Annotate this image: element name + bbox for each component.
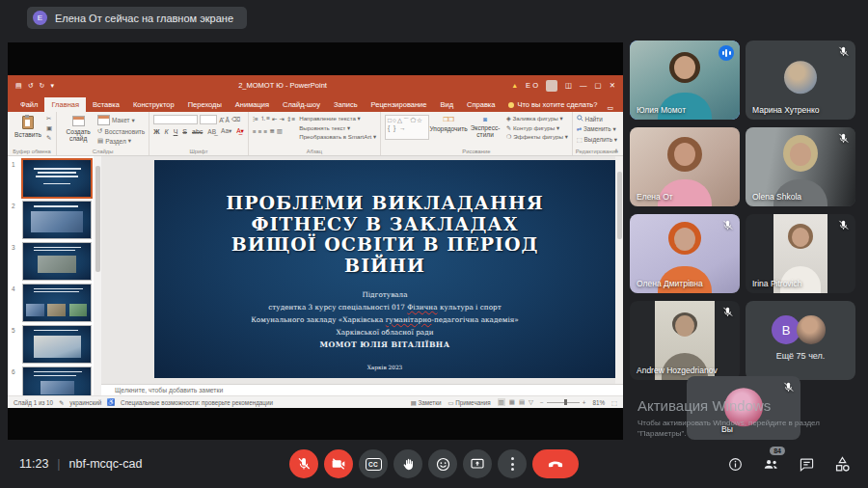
tab-review[interactable]: Рецензирование — [365, 97, 434, 112]
account-avatar[interactable] — [546, 80, 557, 92]
thumbnail-row[interactable]: 3 — [8, 243, 101, 280]
align-left-icon[interactable]: ≡ — [253, 128, 257, 135]
replace-button[interactable]: ⇄ Заменить ▾ — [577, 125, 617, 133]
shadow-button[interactable]: abc — [192, 128, 203, 135]
shapes-gallery[interactable]: □○△⌒⬠☆ { } → — [385, 115, 429, 140]
meeting-details-button[interactable] — [724, 453, 746, 474]
participant-tile[interactable]: Olena Shkola — [746, 127, 855, 206]
slide-sorter-icon[interactable]: ▦ — [509, 398, 515, 406]
tell-me-box[interactable]: Что вы хотите сделать? — [502, 97, 604, 112]
reset-button[interactable]: ↺Восстановить — [97, 127, 145, 135]
slide-title[interactable]: ПРОБЛЕМИ ВИКЛАДАННЯ ФІТНЕСУ В ЗАКЛАДАХ В… — [154, 193, 615, 276]
close-button[interactable]: ✕ — [610, 81, 615, 90]
accessibility-status[interactable]: Специальные возможности: проверьте реком… — [121, 399, 273, 406]
find-button[interactable]: Найти — [577, 115, 617, 122]
undo-icon[interactable]: ↺ — [28, 82, 34, 90]
notes-placeholder[interactable]: Щелкните, чтобы добавить заметки — [115, 387, 223, 393]
clear-format-icon[interactable]: ⌫ — [231, 116, 240, 123]
reading-view-icon[interactable]: ▤ — [519, 398, 525, 406]
reactions-button[interactable] — [428, 449, 457, 478]
format-painter-icon[interactable]: ✎ — [46, 134, 52, 142]
participant-tile[interactable]: Олена Дмитрівна — [630, 214, 740, 293]
overflow-participants-tile[interactable]: B Ещё 75 чел. — [746, 301, 855, 380]
quick-access-toolbar[interactable]: ▤ ↺ ↻ ▾ — [15, 82, 54, 90]
font-size-combobox[interactable] — [200, 115, 217, 124]
tab-help[interactable]: Справка — [460, 97, 502, 112]
slide-thumbnail-1[interactable] — [23, 160, 91, 197]
paste-button[interactable]: Вставить — [12, 115, 44, 139]
participant-tile[interactable]: Юлия Момот — [630, 41, 740, 120]
account-initials[interactable]: Е О — [526, 81, 538, 90]
underline-button[interactable]: Ч — [174, 128, 178, 135]
strikethrough-button[interactable]: S — [182, 128, 187, 135]
select-button[interactable]: ⬚ Выделить ▾ — [577, 136, 617, 144]
italic-button[interactable]: К — [165, 128, 169, 135]
present-screen-button[interactable] — [463, 449, 492, 478]
tab-design[interactable]: Конструктор — [126, 97, 181, 112]
spellcheck-icon[interactable]: ✎ — [59, 399, 64, 406]
redo-icon[interactable]: ↻ — [40, 82, 45, 90]
change-case-icon[interactable]: Аа▾ — [221, 127, 231, 135]
slide-thumbnail-2[interactable] — [23, 202, 91, 238]
cut-icon[interactable]: ✂ — [46, 115, 52, 122]
font-color-icon[interactable]: А̲▾ — [236, 127, 244, 135]
participant-tile[interactable]: Irina Pitrovich — [746, 214, 855, 293]
slide-thumbnail-3[interactable] — [23, 243, 91, 280]
slide-thumbnail-5[interactable] — [23, 326, 91, 363]
collapse-ribbon-icon[interactable]: ∧ — [614, 147, 618, 153]
new-slide-button[interactable]: Создать слайд — [61, 115, 95, 143]
activities-panel-button[interactable] — [831, 453, 853, 474]
bold-button[interactable]: Ж — [153, 128, 159, 135]
zoom-level[interactable]: 81% — [592, 399, 605, 406]
columns-icon[interactable]: ▥ — [277, 127, 283, 135]
indent-right-icon[interactable]: ⇥ — [279, 116, 284, 123]
slide-subtitle[interactable]: Підготувала студентка 3 курсу спеціально… — [154, 288, 615, 374]
align-text-button[interactable]: Выровнять текст ▾ — [299, 124, 376, 131]
normal-view-icon[interactable]: ▥ — [498, 398, 505, 406]
slideshow-icon[interactable]: ▽ — [529, 398, 533, 406]
line-spacing-icon[interactable]: ⇕≡ — [286, 116, 295, 123]
tab-animations[interactable]: Анимация — [229, 97, 276, 112]
comments-icon[interactable]: ▭ — [607, 104, 613, 112]
align-right-icon[interactable]: ≡ — [263, 128, 267, 135]
grow-font-icon[interactable]: А̂ — [219, 117, 223, 123]
notes-toggle[interactable]: ▤ Заметки — [411, 399, 442, 406]
zoom-slider[interactable]: −+ — [540, 399, 585, 406]
mic-toggle-button[interactable] — [289, 449, 318, 478]
captions-button[interactable]: CC — [359, 449, 388, 478]
chat-panel-button[interactable] — [796, 453, 817, 474]
slide-canvas[interactable]: ПРОБЛЕМИ ВИКЛАДАННЯ ФІТНЕСУ В ЗАКЛАДАХ В… — [154, 160, 615, 378]
thumbnail-row[interactable]: 4 — [8, 285, 101, 321]
fit-slide-icon[interactable]: ⬚ — [611, 399, 617, 406]
indent-left-icon[interactable]: ⇤ — [272, 116, 277, 123]
thumbnail-row[interactable]: 1 — [8, 160, 101, 197]
bullets-icon[interactable]: ⁝≡ — [253, 116, 258, 123]
thumbnail-row[interactable]: 2 — [8, 202, 101, 238]
char-spacing-icon[interactable]: АВ̲ — [207, 128, 216, 135]
participant-tile[interactable]: Елена От — [630, 127, 740, 206]
shape-effects-button[interactable]: ❍ Эффекты фигуры ▾ — [506, 133, 568, 140]
thumbnail-row[interactable]: 5 — [8, 326, 101, 363]
tab-transitions[interactable]: Переходы — [181, 97, 229, 112]
ribbon-display-icon[interactable]: ◫ — [565, 81, 572, 90]
participant-tile[interactable]: Марина Хутренко — [746, 41, 855, 120]
smartart-button[interactable]: Преобразовать в SmartArt ▾ — [299, 133, 376, 140]
justify-icon[interactable]: ≣ — [269, 127, 274, 135]
language-indicator[interactable]: украинский — [69, 399, 101, 406]
align-center-icon[interactable]: ≡ — [258, 128, 262, 135]
shape-fill-button[interactable]: ◈ Заливка фигуры ▾ — [506, 115, 568, 122]
save-icon[interactable]: ▤ — [15, 82, 22, 90]
minimize-button[interactable]: — — [580, 81, 587, 90]
numbering-icon[interactable]: ⒈≡ — [260, 115, 270, 123]
tab-record[interactable]: Запись — [327, 97, 365, 112]
raise-hand-button[interactable] — [393, 449, 422, 478]
quick-styles-button[interactable]: ◙ Экспресс-стили — [468, 115, 502, 139]
shrink-font-icon[interactable]: А̌ — [226, 117, 230, 123]
more-options-button[interactable] — [498, 449, 527, 478]
tab-view[interactable]: Вид — [433, 97, 460, 112]
participant-tile[interactable]: Andrew Hozgedrianov — [630, 301, 740, 380]
arrange-button[interactable]: ❒❒ Упорядочить — [429, 115, 468, 133]
camera-toggle-button[interactable] — [324, 449, 353, 478]
text-direction-button[interactable]: Направление текста ▾ — [299, 115, 376, 122]
tab-insert[interactable]: Вставка — [86, 97, 126, 112]
